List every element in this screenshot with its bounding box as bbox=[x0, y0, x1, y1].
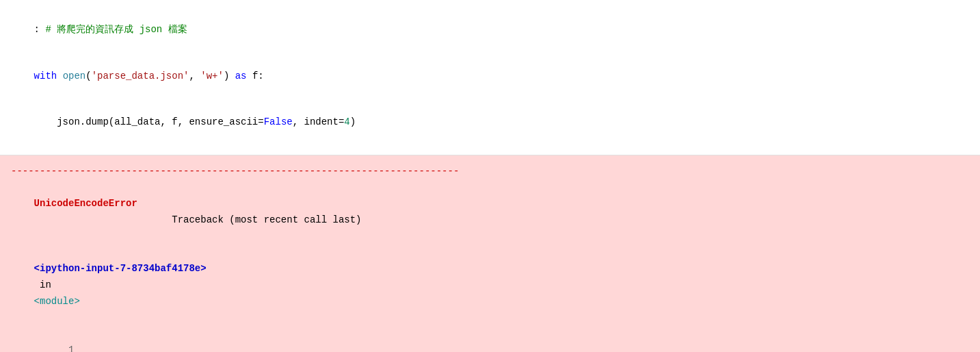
file-link: <ipython-input-7-8734baf4178e> bbox=[34, 263, 207, 274]
code-section: : # 將爬完的資訊存成 json 檔案 with open('parse_da… bbox=[0, 0, 980, 155]
error-type: UnicodeEncodeError bbox=[34, 198, 137, 209]
traceback-line1: 1 # 將爬完的資訊存成 json 檔案 bbox=[11, 326, 969, 352]
traceback-label: Traceback (most recent call last) bbox=[34, 214, 362, 225]
error-header-line: UnicodeEncodeError Traceback (most recen… bbox=[11, 179, 969, 244]
code-line-with: with open('parse_data.json', 'w+') as f: bbox=[11, 53, 969, 99]
error-file-line1: <ipython-input-7-8734baf4178e> in <modul… bbox=[11, 245, 969, 327]
code-line-comment: : # 將爬完的資訊存成 json 檔案 bbox=[11, 7, 969, 53]
error-section: ----------------------------------------… bbox=[0, 155, 980, 352]
separator: ----------------------------------------… bbox=[11, 164, 969, 180]
module-label: <module> bbox=[34, 296, 80, 307]
code-line-json-dump: json.dump(all_data, f, ensure_ascii=Fals… bbox=[11, 99, 969, 144]
